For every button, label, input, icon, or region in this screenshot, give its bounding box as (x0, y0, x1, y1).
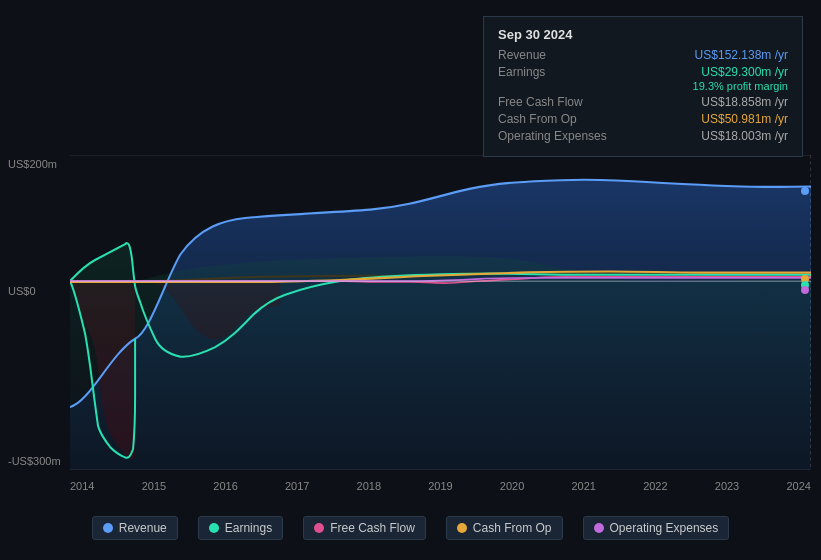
legend-revenue-dot (103, 523, 113, 533)
legend-earnings-dot (209, 523, 219, 533)
gridline-bottom (70, 469, 811, 470)
y-label-mid: US$0 (8, 285, 36, 297)
tooltip-profit-margin: 19.3% profit margin (498, 80, 788, 92)
revenue-dot (801, 187, 809, 195)
x-label-2017: 2017 (285, 480, 309, 492)
tooltip-revenue-value: US$152.138m /yr (695, 48, 788, 62)
tooltip-cfo-value: US$50.981m /yr (701, 112, 788, 126)
legend-cfo[interactable]: Cash From Op (446, 516, 563, 540)
legend-opex-dot (594, 523, 604, 533)
x-label-2022: 2022 (643, 480, 667, 492)
legend-opex[interactable]: Operating Expenses (583, 516, 730, 540)
x-label-2014: 2014 (70, 480, 94, 492)
tooltip-opex-value: US$18.003m /yr (701, 129, 788, 143)
legend-fcf[interactable]: Free Cash Flow (303, 516, 426, 540)
tooltip-panel: Sep 30 2024 Revenue US$152.138m /yr Earn… (483, 16, 803, 157)
chart-area (70, 155, 811, 470)
tooltip-earnings-value: US$29.300m /yr (701, 65, 788, 79)
tooltip-revenue-label: Revenue (498, 48, 546, 62)
tooltip-earnings-row: Earnings US$29.300m /yr (498, 65, 788, 79)
x-label-2016: 2016 (213, 480, 237, 492)
legend-earnings[interactable]: Earnings (198, 516, 283, 540)
legend-earnings-label: Earnings (225, 521, 272, 535)
chart-svg (70, 155, 811, 470)
gridline-zero (70, 281, 811, 282)
legend-cfo-label: Cash From Op (473, 521, 552, 535)
x-label-2020: 2020 (500, 480, 524, 492)
y-label-bot: -US$300m (8, 455, 61, 467)
tooltip-cfo-row: Cash From Op US$50.981m /yr (498, 112, 788, 126)
tooltip-cfo-label: Cash From Op (498, 112, 577, 126)
legend-revenue-label: Revenue (119, 521, 167, 535)
x-label-2018: 2018 (357, 480, 381, 492)
tooltip-date: Sep 30 2024 (498, 27, 788, 42)
tooltip-opex-row: Operating Expenses US$18.003m /yr (498, 129, 788, 143)
x-label-2021: 2021 (571, 480, 595, 492)
x-label-2019: 2019 (428, 480, 452, 492)
legend-opex-label: Operating Expenses (610, 521, 719, 535)
y-label-top: US$200m (8, 158, 57, 170)
tooltip-revenue-row: Revenue US$152.138m /yr (498, 48, 788, 62)
tooltip-opex-label: Operating Expenses (498, 129, 607, 143)
tooltip-fcf-value: US$18.858m /yr (701, 95, 788, 109)
tooltip-fcf-row: Free Cash Flow US$18.858m /yr (498, 95, 788, 109)
tooltip-fcf-label: Free Cash Flow (498, 95, 583, 109)
x-axis-labels: 2014 2015 2016 2017 2018 2019 2020 2021 … (70, 480, 811, 492)
tooltip-earnings-label: Earnings (498, 65, 545, 79)
legend-fcf-dot (314, 523, 324, 533)
legend-revenue[interactable]: Revenue (92, 516, 178, 540)
opex-dot (801, 286, 809, 294)
x-label-2023: 2023 (715, 480, 739, 492)
legend-cfo-dot (457, 523, 467, 533)
x-label-2015: 2015 (142, 480, 166, 492)
chart-legend: Revenue Earnings Free Cash Flow Cash Fro… (0, 516, 821, 540)
x-label-2024: 2024 (786, 480, 810, 492)
legend-fcf-label: Free Cash Flow (330, 521, 415, 535)
